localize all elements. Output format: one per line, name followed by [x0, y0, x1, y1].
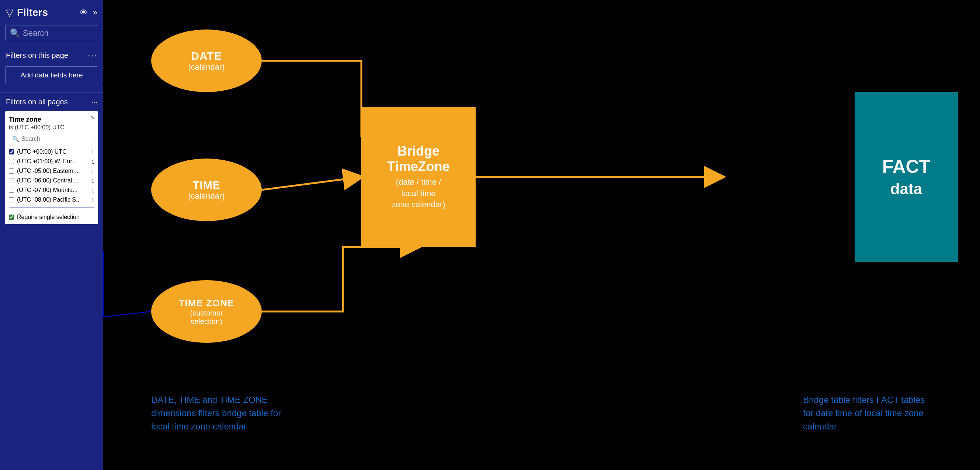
filter-item-3: (UTC -06:00) Central ... 1: [9, 176, 94, 186]
fact-title: FACT: [882, 156, 931, 177]
sidebar: ▽ Filters 👁 » 🔍 Filters on this page ···…: [0, 0, 103, 470]
filters-all-pages-label: Filters on all pages ···: [0, 94, 103, 108]
add-data-fields-button[interactable]: Add data fields here: [5, 66, 98, 84]
svg-line-2: [103, 311, 151, 317]
time-ellipse-title: TIME: [192, 179, 221, 191]
date-ellipse-title: DATE: [191, 50, 221, 62]
filter-search-icon: 🔍: [12, 136, 19, 142]
bridge-title: BridgeTimeZone: [387, 143, 449, 175]
annotation-left: DATE, TIME and TIME ZONE dimensions filt…: [151, 393, 328, 433]
all-pages-filter-dots[interactable]: ···: [91, 98, 97, 106]
date-ellipse-sub: (calendar): [188, 62, 224, 72]
filter-count-5: 1: [91, 197, 94, 203]
filter-icon: ▽: [6, 7, 13, 18]
filter-checkbox-0[interactable]: [9, 149, 14, 154]
svg-line-0: [262, 177, 361, 190]
filter-label-1: (UTC +01:00) W. Eur...: [17, 158, 77, 165]
sidebar-title: Filters: [17, 6, 76, 18]
filter-label-0: (UTC +00:00) UTC: [17, 149, 67, 155]
main-content: DATE (calendar) TIME (calendar) TIME ZON…: [103, 0, 980, 470]
bridge-box: BridgeTimeZone (date / time /local timez…: [361, 107, 476, 247]
require-single-checkbox[interactable]: [9, 214, 14, 220]
filter-checkbox-2[interactable]: [9, 168, 14, 174]
filter-checkbox-3[interactable]: [9, 178, 14, 183]
filter-footer: Require single selection: [9, 211, 94, 221]
filter-item-5: (UTC -08:00) Pacific S... 1: [9, 195, 94, 205]
sidebar-header-icons: 👁 »: [80, 8, 97, 17]
fact-sub: data: [890, 180, 922, 198]
timezone-ellipse: TIME ZONE (customer selection): [151, 280, 262, 343]
fact-box: FACT data: [854, 92, 958, 262]
filter-count-3: 1: [91, 178, 94, 184]
top-search-input[interactable]: [23, 29, 93, 38]
filters-on-page-label: Filters on this page ···: [0, 48, 103, 63]
filter-card-divider: [9, 208, 94, 208]
filter-label-4: (UTC -07:00) Mounta...: [17, 187, 78, 194]
date-ellipse: DATE (calendar): [151, 30, 262, 92]
eye-icon[interactable]: 👁: [80, 8, 88, 17]
filter-count-2: 1: [91, 168, 94, 175]
timezone-ellipse-title: TIME ZONE: [179, 297, 234, 309]
filter-card-edit-icon[interactable]: ✎: [90, 114, 95, 121]
page-filter-dots[interactable]: ···: [88, 50, 97, 60]
filter-count-4: 1: [91, 187, 94, 194]
filter-search-input[interactable]: [21, 136, 91, 142]
filter-item-1: (UTC +01:00) W. Eur... 1: [9, 157, 94, 166]
filter-search-box[interactable]: 🔍: [9, 134, 94, 144]
require-single-label: Require single selection: [17, 214, 80, 221]
filter-checkbox-1[interactable]: [9, 159, 14, 164]
top-search-icon: 🔍: [10, 29, 20, 38]
top-search-box[interactable]: 🔍: [5, 25, 98, 41]
sidebar-divider: [0, 92, 103, 92]
sidebar-header: ▽ Filters 👁 »: [0, 0, 103, 24]
filter-checkbox-5[interactable]: [9, 197, 14, 202]
filter-item-0: (UTC +00:00) UTC 1: [9, 147, 94, 157]
filter-count-1: 1: [91, 159, 94, 165]
timezone-ellipse-sub2: selection): [191, 318, 222, 326]
filter-label-2: (UTC -05:00) Eastern ...: [17, 168, 80, 175]
filter-card-timezone: Time zone is (UTC +00:00) UTC ✎ 🔍 (UTC +…: [5, 111, 98, 224]
bridge-sub: (date / time /local timezone calendar): [391, 176, 445, 211]
filter-card-subtitle: is (UTC +00:00) UTC: [9, 124, 94, 131]
filter-card-title: Time zone: [9, 116, 94, 124]
timezone-ellipse-sub: (customer: [190, 309, 223, 318]
filter-count-0: 1: [91, 149, 94, 155]
filter-label-5: (UTC -08:00) Pacific S...: [17, 197, 81, 203]
filter-checkbox-4[interactable]: [9, 187, 14, 193]
filter-label-3: (UTC -06:00) Central ...: [17, 177, 78, 184]
annotation-right: Bridge table filters FACT tables for dat…: [803, 393, 950, 433]
time-ellipse-sub: (calendar): [188, 191, 224, 201]
filter-item-2: (UTC -05:00) Eastern ... 1: [9, 166, 94, 176]
time-ellipse: TIME (calendar): [151, 159, 262, 221]
filter-item-4: (UTC -07:00) Mounta... 1: [9, 186, 94, 195]
expand-icon[interactable]: »: [93, 8, 97, 17]
